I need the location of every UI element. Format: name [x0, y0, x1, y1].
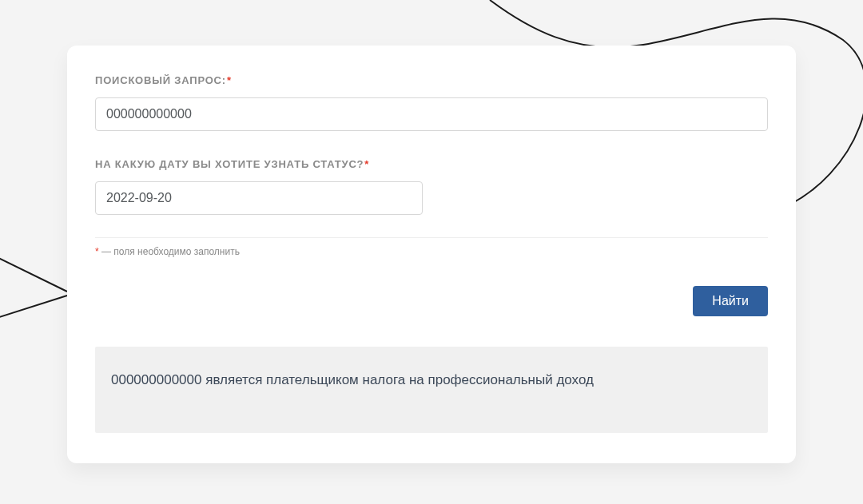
query-label: Поисковый запрос:* [95, 74, 768, 86]
date-label-text: На какую дату Вы хотите узнать статус? [95, 158, 364, 170]
date-input[interactable] [95, 181, 423, 215]
date-label: На какую дату Вы хотите узнать статус?* [95, 158, 768, 170]
search-button[interactable]: Найти [693, 286, 768, 316]
required-asterisk: * [364, 158, 369, 170]
required-asterisk: * [227, 74, 232, 86]
query-input[interactable] [95, 97, 768, 131]
divider [95, 237, 768, 238]
hint-text: — поля необходимо заполнить [99, 246, 240, 257]
search-card: Поисковый запрос:* На какую дату Вы хоти… [67, 46, 796, 463]
required-hint: * — поля необходимо заполнить [95, 246, 768, 257]
result-message: 000000000000 является плательщиком налог… [95, 347, 768, 433]
query-label-text: Поисковый запрос: [95, 74, 226, 86]
